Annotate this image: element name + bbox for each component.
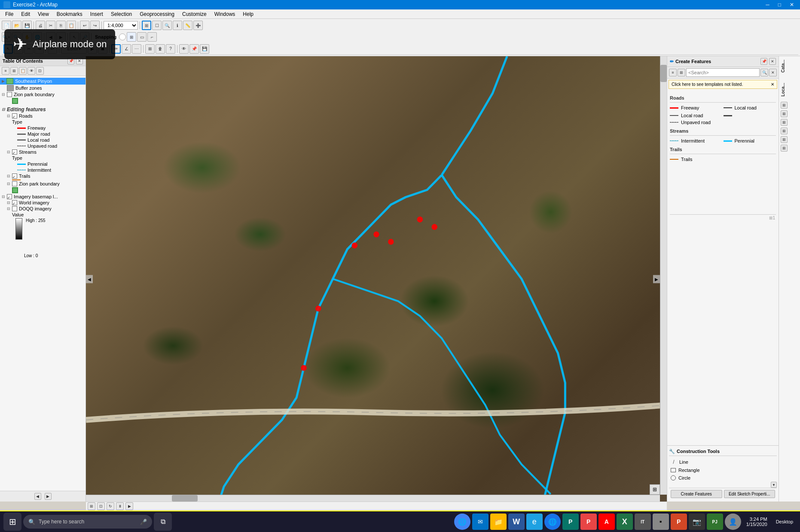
toc-roads-freeway[interactable]: Freeway <box>0 125 85 131</box>
checkbox-roads[interactable]: ✓ <box>12 113 17 119</box>
cf-template-local-road2[interactable]: Local road <box>670 112 723 119</box>
map-tool5[interactable]: ▶ <box>125 502 133 510</box>
taskbar-chrome[interactable]: 🌐 <box>454 514 470 530</box>
menu-bookmarks[interactable]: Bookmarks <box>53 10 86 18</box>
checkbox-streams[interactable]: ✓ <box>12 149 17 155</box>
identify-btn[interactable]: ℹ <box>173 21 182 30</box>
expand-southeast-pinyon[interactable]: ▶ <box>2 79 5 83</box>
snap-corner-btn[interactable]: ⌐ <box>147 32 157 42</box>
cf-toolbar-btn1[interactable]: ≡ <box>669 69 677 76</box>
scroll-handle-v[interactable] <box>660 65 667 82</box>
ct-rectangle-tool[interactable]: Rectangle <box>669 466 777 474</box>
menu-insert[interactable]: Insert <box>87 10 107 18</box>
taskbar-publisher[interactable]: P <box>562 514 579 530</box>
cf-template-major-road[interactable] <box>724 112 776 119</box>
toc-scroll-left[interactable]: ◀ <box>34 493 41 500</box>
toc-streams-group[interactable]: ⊟ ✓ Streams <box>0 149 85 155</box>
scroll-handle-h[interactable] <box>172 495 198 502</box>
cf-search-input[interactable] <box>686 68 760 77</box>
catalog-expand3[interactable]: ⊞ <box>781 119 788 126</box>
minimize-btn[interactable]: ─ <box>763 2 772 8</box>
menu-edit[interactable]: Edit <box>18 10 34 18</box>
checkbox-imagery[interactable]: ✓ <box>7 194 12 199</box>
measure-btn[interactable]: 📏 <box>183 21 192 30</box>
catalog-expand2[interactable]: ⊞ <box>781 110 788 117</box>
map-tool1[interactable]: ⊞ <box>88 502 95 510</box>
redo-btn[interactable]: ↪ <box>90 21 100 30</box>
taskbar-project[interactable]: PJ <box>707 514 723 530</box>
toc-world-imagery[interactable]: ⊟ ✓ World imagery <box>0 200 85 206</box>
maximize-btn[interactable]: □ <box>776 2 784 8</box>
expand-imagery[interactable]: ⊟ <box>2 195 5 199</box>
menu-selection[interactable]: Selection <box>107 10 135 18</box>
cf-close-btn[interactable]: ✕ <box>769 58 776 65</box>
select-features-btn[interactable]: ⊞ <box>142 21 151 30</box>
ct-line-tool[interactable]: / Line <box>669 458 777 466</box>
catalog-expand6[interactable]: ⊞ <box>781 145 788 152</box>
expand-doqq[interactable]: ⊟ <box>7 207 10 211</box>
taskbar-unknown[interactable]: ▪ <box>653 514 669 530</box>
create-features-btn[interactable]: Create Features <box>671 490 722 498</box>
taskbar-camera[interactable]: 📷 <box>689 514 705 530</box>
map-area[interactable]: ◀ ▶ ⊞ <box>86 56 667 502</box>
toc-roads-unpaved[interactable]: Unpaved road <box>0 143 85 149</box>
toc-streams-perennial[interactable]: Perennial <box>0 161 85 167</box>
cf-template-trails[interactable]: Trails <box>670 156 776 163</box>
map-nav-left[interactable]: ◀ <box>86 275 93 283</box>
taskbar-app7[interactable]: 🌐 <box>544 514 561 530</box>
sketch-pin-btn[interactable]: 📌 <box>189 44 199 54</box>
cf-clear-search-btn[interactable]: ✕ <box>769 69 777 76</box>
toc-sel-btn[interactable]: ⊡ <box>36 67 44 75</box>
expand-world-imagery[interactable]: ⊟ <box>7 201 10 205</box>
toc-source-btn[interactable]: 📋 <box>19 67 27 75</box>
catalog-expand5[interactable]: ⊞ <box>781 136 788 143</box>
ct-scroll-down-btn[interactable]: ▼ <box>771 482 777 488</box>
snap-grid-btn[interactable]: ⊞ <box>127 32 136 42</box>
toc-list-btn[interactable]: ≡ <box>2 67 9 75</box>
cf-template-perennial[interactable]: Perennial <box>724 137 776 144</box>
sketch-delete-btn[interactable]: 🗑 <box>156 44 165 54</box>
map-tool3[interactable]: ↻ <box>107 502 114 510</box>
toc-vis-btn[interactable]: 👁 <box>27 67 35 75</box>
cf-template-unpaved[interactable]: Unpaved road <box>670 119 776 126</box>
taskbar-ie[interactable]: e <box>526 514 543 530</box>
taskbar-desktop-btn[interactable]: Desktop <box>773 519 797 524</box>
sketch-help-btn[interactable]: ? <box>166 44 175 54</box>
cf-notice[interactable]: Click here to see templates not listed. … <box>669 80 777 89</box>
map-nav-right[interactable]: ▶ <box>653 275 660 283</box>
map-tool4[interactable]: ⏸ <box>116 502 124 510</box>
expand-zion[interactable]: ⊟ <box>2 92 5 97</box>
toc-trails-group[interactable]: ⊟ ✓ Trails <box>0 173 85 179</box>
taskbar-word[interactable]: W <box>508 514 525 530</box>
paste-btn[interactable]: 📋 <box>67 21 76 30</box>
cf-toolbar-btn2[interactable]: ⊞ <box>678 69 685 76</box>
sketch-more2-btn[interactable]: ⊞ <box>145 44 155 54</box>
sketch-more1-btn[interactable]: ⋯ <box>132 44 141 54</box>
expand-streams[interactable]: ⊟ <box>7 150 10 154</box>
clear-selection-btn[interactable]: ☐ <box>152 21 162 30</box>
expand-trails[interactable]: ⊟ <box>7 174 10 178</box>
checkbox-doqq[interactable] <box>12 206 17 211</box>
menu-customize[interactable]: Customize <box>179 10 210 18</box>
overview-btn[interactable]: ⊞ <box>650 484 660 495</box>
expand-roads[interactable]: ⊟ <box>7 114 10 118</box>
catalog-tab[interactable]: Cata... <box>779 56 787 76</box>
catalog-expand4[interactable]: ⊞ <box>781 128 788 134</box>
map-tool2[interactable]: ⊡ <box>97 502 105 510</box>
taskbar-it[interactable]: IT <box>635 514 651 530</box>
taskbar-powerpoint[interactable]: P <box>671 514 687 530</box>
menu-windows[interactable]: Windows <box>211 10 239 18</box>
cf-pin-btn[interactable]: 📌 <box>760 58 767 65</box>
map-scrollbar-v[interactable] <box>660 56 667 495</box>
cf-notice-close[interactable]: ✕ <box>771 82 774 87</box>
cut-btn[interactable]: ✂ <box>46 21 55 30</box>
catalog-expand1[interactable]: ⊞ <box>781 102 788 109</box>
sketch-view-btn[interactable]: 👁 <box>179 44 189 54</box>
start-btn[interactable]: ⊞ <box>3 513 21 531</box>
cf-search-btn[interactable]: 🔍 <box>760 69 768 76</box>
snap-rect-btn[interactable]: ▭ <box>137 32 147 42</box>
toc-roads-local[interactable]: Local road <box>0 137 85 143</box>
map-scrollbar-h[interactable] <box>86 495 660 502</box>
save-btn[interactable]: 💾 <box>22 21 32 30</box>
new-btn[interactable]: 📄 <box>2 21 11 30</box>
